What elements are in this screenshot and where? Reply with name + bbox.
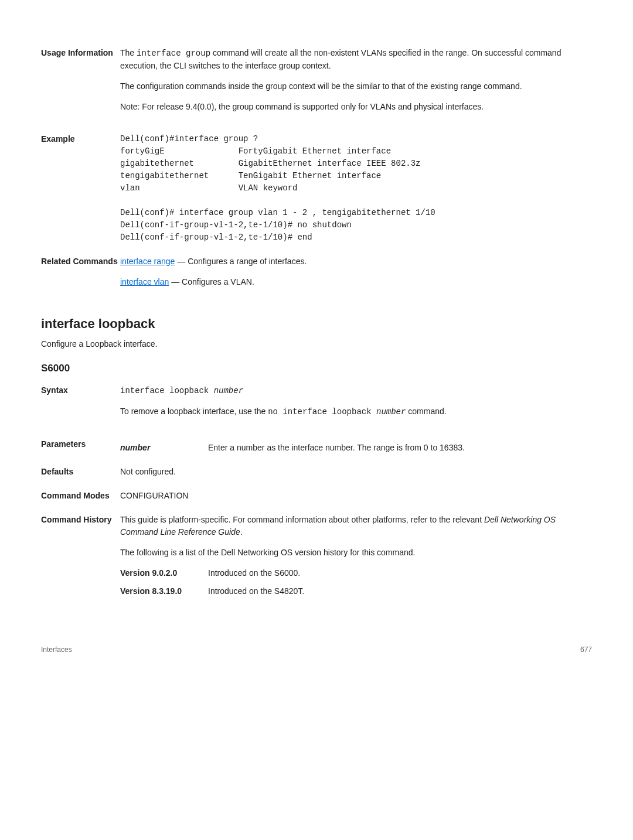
example-code: Dell(conf)#interface group ? fortyGigE F… [120, 133, 592, 244]
example: Example Dell(conf)#interface group ? for… [41, 133, 592, 244]
s6000-heading: S6000 [41, 361, 592, 376]
parameters-label: Parameters [41, 438, 120, 454]
footer: Interfaces 677 [41, 644, 592, 655]
related-commands: Related Commands interface range — Confi… [41, 255, 592, 296]
param-name: number [120, 442, 208, 454]
command-history-label: Command History [41, 514, 120, 597]
usage-p3: Note: For release 9.4(0.0), the group co… [120, 101, 592, 113]
command-modes: Command Modes CONFIGURATION [41, 490, 592, 502]
footer-right: 677 [580, 644, 592, 655]
usage-p2: The configuration commands inside the gr… [120, 80, 592, 93]
section-subtitle: Configure a Loopback interface. [41, 338, 592, 350]
parameters: Parameters number Enter a number as the … [41, 438, 592, 454]
example-label: Example [41, 133, 120, 244]
defaults-value: Not configured. [120, 466, 592, 478]
command-history: Command History This guide is platform-s… [41, 514, 592, 597]
related-label: Related Commands [41, 255, 120, 296]
footer-left: Interfaces [41, 644, 72, 655]
version-1: Version 9.0.2.0 [120, 567, 208, 579]
usage-information: Usage Information The interface group co… [41, 47, 592, 121]
usage-p1: The interface group command will create … [120, 47, 592, 72]
version-1-desc: Introduced on the S6000. [208, 567, 592, 579]
syntax-label: Syntax [41, 384, 120, 426]
version-2-desc: Introduced on the S4820T. [208, 585, 592, 597]
interface-range-link[interactable]: interface range [120, 257, 175, 266]
defaults: Defaults Not configured. [41, 466, 592, 478]
command-modes-label: Command Modes [41, 490, 120, 502]
version-2: Version 8.3.19.0 [120, 585, 208, 597]
usage-label: Usage Information [41, 47, 120, 121]
syntax: Syntax interface loopback number To remo… [41, 384, 592, 426]
command-modes-value: CONFIGURATION [120, 490, 592, 502]
interface-vlan-link[interactable]: interface vlan [120, 277, 169, 286]
param-desc: Enter a number as the interface number. … [208, 442, 592, 454]
defaults-label: Defaults [41, 466, 120, 478]
section-title: interface loopback [41, 314, 592, 333]
